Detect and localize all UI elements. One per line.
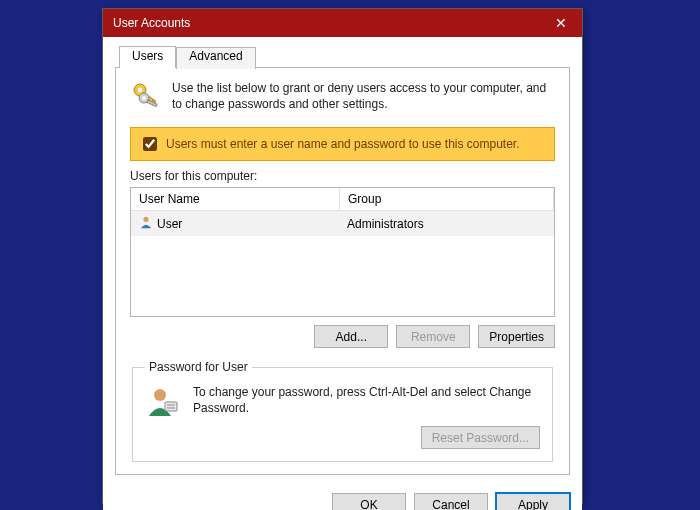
add-button[interactable]: Add... xyxy=(314,325,388,348)
close-button[interactable]: ✕ xyxy=(540,9,582,37)
tab-users[interactable]: Users xyxy=(119,46,176,68)
require-login-checkbox-row[interactable]: Users must enter a user name and passwor… xyxy=(130,127,555,161)
users-listview[interactable]: User Name Group User Administrators xyxy=(130,187,555,317)
dialog-buttons-row: OK Cancel Apply xyxy=(103,485,582,510)
password-user-icon xyxy=(145,384,181,423)
client-area: Users Advanced Use the list below to xyxy=(103,37,582,485)
svg-point-5 xyxy=(142,96,146,100)
table-row[interactable]: User Administrators xyxy=(131,211,554,236)
user-accounts-dialog: User Accounts ✕ Users Advanced xyxy=(102,8,583,504)
properties-button[interactable]: Properties xyxy=(478,325,555,348)
column-user-name[interactable]: User Name xyxy=(131,188,340,210)
password-groupbox: Password for User To change your passwor… xyxy=(132,360,553,462)
svg-point-7 xyxy=(143,217,148,222)
titlebar[interactable]: User Accounts ✕ xyxy=(103,9,582,37)
listview-header[interactable]: User Name Group xyxy=(131,188,554,211)
tabstrip: Users Advanced xyxy=(119,45,570,67)
reset-password-button[interactable]: Reset Password... xyxy=(421,426,540,449)
users-list-caption: Users for this computer: xyxy=(130,169,555,183)
svg-rect-9 xyxy=(165,402,177,411)
svg-point-8 xyxy=(154,389,166,401)
require-login-label: Users must enter a user name and passwor… xyxy=(166,137,520,151)
password-legend: Password for User xyxy=(145,360,252,374)
column-group[interactable]: Group xyxy=(340,188,554,210)
svg-point-1 xyxy=(138,88,143,93)
remove-button[interactable]: Remove xyxy=(396,325,470,348)
tab-advanced[interactable]: Advanced xyxy=(176,47,255,69)
password-instruction-text: To change your password, press Ctrl-Alt-… xyxy=(193,384,540,416)
user-icon xyxy=(139,215,153,232)
apply-button[interactable]: Apply xyxy=(496,493,570,510)
require-login-checkbox[interactable] xyxy=(143,137,157,151)
close-icon: ✕ xyxy=(555,15,567,31)
intro-text: Use the list below to grant or deny user… xyxy=(172,80,555,115)
list-buttons-row: Add... Remove Properties xyxy=(130,325,555,348)
cell-user-name: User xyxy=(131,211,339,236)
cell-user-name-text: User xyxy=(157,217,182,231)
ok-button[interactable]: OK xyxy=(332,493,406,510)
window-title: User Accounts xyxy=(113,16,540,30)
cell-group: Administrators xyxy=(339,211,554,236)
intro-row: Use the list below to grant or deny user… xyxy=(130,80,555,115)
tab-panel-users: Use the list below to grant or deny user… xyxy=(115,67,570,475)
keys-icon xyxy=(130,80,162,115)
cancel-button[interactable]: Cancel xyxy=(414,493,488,510)
